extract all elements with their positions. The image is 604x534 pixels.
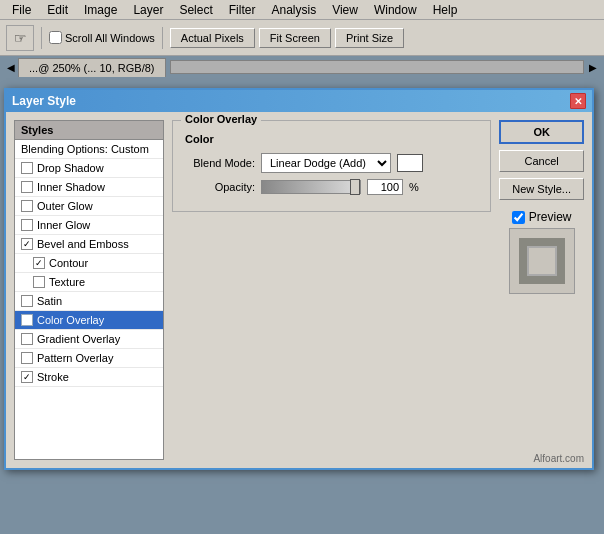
actual-pixels-btn[interactable]: Actual Pixels [170,28,255,48]
opacity-row: Opacity: 100 % [185,179,478,195]
menu-window[interactable]: Window [366,1,425,19]
fit-screen-btn[interactable]: Fit Screen [259,28,331,48]
preview-checkbox[interactable] [512,211,525,224]
cancel-button[interactable]: Cancel [499,150,584,172]
styles-panel-header: Styles [14,120,164,140]
preview-label: Preview [529,210,572,224]
style-item-inner-shadow[interactable]: Inner Shadow [15,178,163,197]
inner-glow-checkbox[interactable] [21,219,33,231]
contour-label: Contour [49,257,88,269]
preview-inner [519,238,565,284]
pattern-overlay-checkbox[interactable] [21,352,33,364]
content-panel: Color Overlay Color Blend Mode: Linear D… [172,120,491,460]
menu-select[interactable]: Select [171,1,220,19]
color-overlay-checkbox[interactable]: ✓ [21,314,33,326]
style-item-satin[interactable]: Satin [15,292,163,311]
blending-item-label: Blending Options: Custom [21,143,149,155]
menu-filter[interactable]: Filter [221,1,264,19]
style-item-contour[interactable]: ✓ Contour [15,254,163,273]
menu-analysis[interactable]: Analysis [263,1,324,19]
dialog-close-button[interactable]: ✕ [570,93,586,109]
section-legend: Color Overlay [181,113,261,125]
new-style-button[interactable]: New Style... [499,178,584,200]
style-item-gradient-overlay[interactable]: Gradient Overlay [15,330,163,349]
color-overlay-label: Color Overlay [37,314,104,326]
satin-checkbox[interactable] [21,295,33,307]
color-swatch[interactable] [397,154,423,172]
style-item-texture[interactable]: Texture [15,273,163,292]
styles-list: Blending Options: Custom Drop Shadow Inn… [14,140,164,460]
toolbar-divider-2 [162,27,163,49]
preview-row: Preview [512,210,572,224]
layer-style-dialog: Layer Style ✕ Styles Blending Options: C… [4,88,594,470]
styles-panel: Styles Blending Options: Custom Drop Sha… [14,120,164,460]
style-item-pattern-overlay[interactable]: Pattern Overlay [15,349,163,368]
style-item-inner-glow[interactable]: Inner Glow [15,216,163,235]
stroke-label: Stroke [37,371,69,383]
style-item-color-overlay[interactable]: ✓ Color Overlay [15,311,163,330]
style-item-bevel-emboss[interactable]: ✓ Bevel and Emboss [15,235,163,254]
menu-help[interactable]: Help [425,1,466,19]
dialog-body: Styles Blending Options: Custom Drop Sha… [6,112,592,468]
outer-glow-checkbox[interactable] [21,200,33,212]
doc-area: ◀ ...@ 250% (... 10, RGB/8) ▶ [0,56,604,78]
ok-button[interactable]: OK [499,120,584,144]
dialog-title: Layer Style [12,94,76,108]
gradient-overlay-checkbox[interactable] [21,333,33,345]
color-overlay-section: Color Overlay Color Blend Mode: Linear D… [172,120,491,212]
doc-tab[interactable]: ...@ 250% (... 10, RGB/8) [18,58,166,77]
preview-box [509,228,575,294]
hand-tool-btn[interactable]: ☞ [6,25,34,51]
toolbar: ☞ Scroll All Windows Actual Pixels Fit S… [0,20,604,56]
style-item-blending[interactable]: Blending Options: Custom [15,140,163,159]
menubar: File Edit Image Layer Select Filter Anal… [0,0,604,20]
gradient-overlay-label: Gradient Overlay [37,333,120,345]
menu-layer[interactable]: Layer [125,1,171,19]
outer-glow-label: Outer Glow [37,200,93,212]
blend-mode-row: Blend Mode: Linear Dodge (Add) Normal Mu… [185,153,478,173]
main-area: Layer Style ✕ Styles Blending Options: C… [0,78,604,534]
satin-label: Satin [37,295,62,307]
inner-shadow-checkbox[interactable] [21,181,33,193]
preview-section: Preview [499,210,584,294]
style-item-stroke[interactable]: ✓ Stroke [15,368,163,387]
style-item-outer-glow[interactable]: Outer Glow [15,197,163,216]
drop-shadow-label: Drop Shadow [37,162,104,174]
opacity-label: Opacity: [185,181,255,193]
menu-view[interactable]: View [324,1,366,19]
percent-label: % [409,181,419,193]
doc-scrollbar[interactable] [170,60,585,74]
menu-edit[interactable]: Edit [39,1,76,19]
menu-file[interactable]: File [4,1,39,19]
style-item-drop-shadow[interactable]: Drop Shadow [15,159,163,178]
blend-mode-select[interactable]: Linear Dodge (Add) Normal Multiply Scree… [261,153,391,173]
scroll-all-label[interactable]: Scroll All Windows [49,31,155,44]
bevel-emboss-checkbox[interactable]: ✓ [21,238,33,250]
watermark: Alfoart.com [533,453,584,464]
sub-section-legend: Color [185,133,478,145]
opacity-slider[interactable] [261,180,361,194]
drop-shadow-checkbox[interactable] [21,162,33,174]
texture-label: Texture [49,276,85,288]
scroll-all-text: Scroll All Windows [65,32,155,44]
stroke-checkbox[interactable]: ✓ [21,371,33,383]
scroll-all-checkbox[interactable] [49,31,62,44]
scroll-right-icon[interactable]: ▶ [586,60,600,74]
print-size-btn[interactable]: Print Size [335,28,404,48]
right-buttons: OK Cancel New Style... Preview [499,120,584,460]
blend-mode-label: Blend Mode: [185,157,255,169]
dialog-titlebar: Layer Style ✕ [6,90,592,112]
texture-checkbox[interactable] [33,276,45,288]
inner-glow-label: Inner Glow [37,219,90,231]
contour-checkbox[interactable]: ✓ [33,257,45,269]
menu-image[interactable]: Image [76,1,125,19]
toolbar-divider-1 [41,27,42,49]
pattern-overlay-label: Pattern Overlay [37,352,113,364]
scroll-left-icon[interactable]: ◀ [4,60,18,74]
bevel-emboss-label: Bevel and Emboss [37,238,129,250]
inner-shadow-label: Inner Shadow [37,181,105,193]
opacity-input[interactable]: 100 [367,179,403,195]
